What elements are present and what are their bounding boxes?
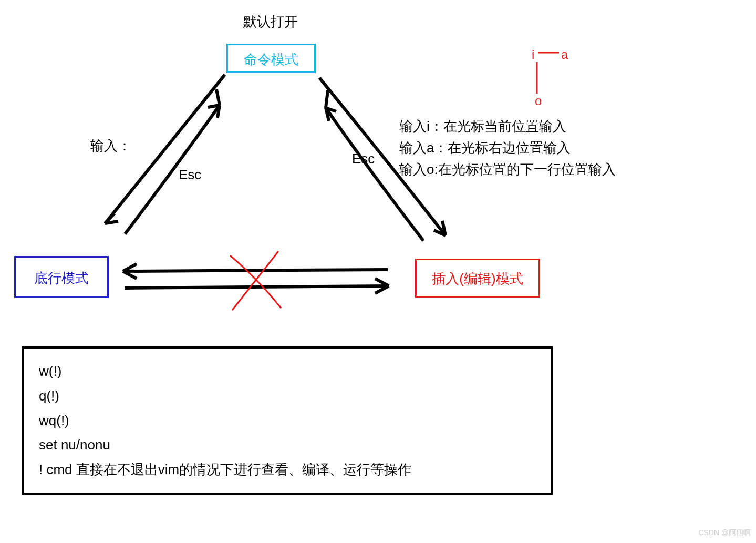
hint-line-o: 输入o:在光标位置的下一行位置输入	[399, 160, 616, 179]
mode-insert: 插入(编辑)模式	[415, 259, 540, 298]
label-esc-left: Esc	[179, 167, 201, 183]
glyph-o: o	[535, 94, 542, 108]
title-default-open: 默认打开	[243, 13, 298, 31]
cmd-shell: ! cmd 直接在不退出vim的情况下进行查看、编译、运行等操作	[39, 457, 536, 482]
cmd-q: q(!)	[39, 384, 536, 408]
cmd-w: w(!)	[39, 359, 536, 384]
mode-bottomline: 底行模式	[14, 256, 109, 298]
label-input-colon: 输入：	[90, 137, 131, 155]
watermark: CSDN @阿四啊	[698, 528, 751, 538]
mode-command: 命令模式	[226, 44, 316, 73]
hint-line-a: 输入a：在光标右边位置输入	[399, 139, 571, 157]
bottomline-commands-box: w(!) q(!) wq(!) set nu/nonu ! cmd 直接在不退出…	[22, 346, 553, 495]
cmd-setnu: set nu/nonu	[39, 433, 536, 457]
glyph-i: i	[532, 47, 534, 62]
hint-line-i: 输入i：在光标当前位置输入	[399, 117, 566, 136]
label-esc-right: Esc	[352, 151, 375, 167]
cmd-wq: wq(!)	[39, 408, 536, 433]
glyph-a: a	[561, 47, 568, 62]
